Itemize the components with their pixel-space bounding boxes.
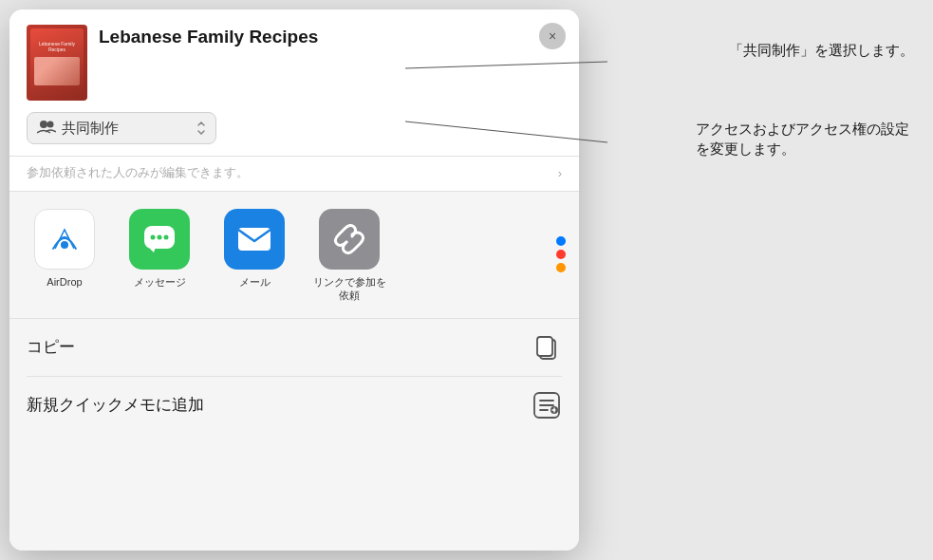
- airdrop-icon-bg: [34, 209, 95, 270]
- document-title: Lebanese Family Recipes: [99, 27, 562, 47]
- quicknote-icon: [532, 390, 562, 420]
- svg-point-6: [158, 235, 162, 240]
- actions-section: コピー 新規クイックメモに追加: [9, 319, 579, 551]
- quicknote-label: 新規クイックメモに追加: [27, 394, 204, 416]
- access-text: 参加依頼された人のみが編集できます。: [27, 164, 558, 181]
- dot-red: [556, 250, 566, 259]
- more-dots[interactable]: [556, 236, 566, 272]
- dot-blue: [556, 236, 566, 246]
- app-link[interactable]: リンクで参加を依頼: [311, 209, 387, 303]
- svg-rect-10: [537, 337, 552, 356]
- annotation-collab: 「共同制作」を選択します。: [729, 40, 914, 60]
- close-button[interactable]: ×: [539, 23, 566, 49]
- apps-section: AirDrop メッセージ: [9, 192, 579, 319]
- annotation-access: アクセスおよびアクセス権の設定を変更します。: [696, 119, 914, 159]
- svg-point-7: [164, 235, 169, 240]
- mail-icon-bg: [224, 209, 285, 270]
- svg-point-5: [151, 235, 156, 240]
- svg-point-1: [47, 121, 54, 128]
- link-icon-bg: [319, 209, 380, 270]
- mail-label: メール: [239, 275, 271, 289]
- link-label: リンクで参加を依頼: [311, 275, 387, 303]
- copy-icon: [532, 332, 562, 363]
- svg-point-2: [61, 241, 68, 249]
- access-chevron-icon: ›: [558, 166, 562, 180]
- share-panel: Lebanese Family Recipes Lebanese Family …: [9, 9, 579, 551]
- airdrop-label: AirDrop: [47, 275, 82, 289]
- messages-label: メッセージ: [134, 275, 186, 289]
- book-thumbnail: Lebanese Family Recipes: [27, 25, 87, 101]
- access-row[interactable]: 参加依頼された人のみが編集できます。 ›: [9, 157, 579, 192]
- dot-orange: [556, 263, 566, 272]
- action-copy[interactable]: コピー: [27, 319, 562, 377]
- copy-label: コピー: [27, 336, 75, 358]
- app-airdrop[interactable]: AirDrop: [27, 209, 103, 289]
- svg-point-0: [40, 121, 47, 128]
- panel-header: Lebanese Family Recipes Lebanese Family …: [9, 9, 579, 157]
- collab-people-icon: [37, 119, 56, 138]
- collab-chevron-icon: [196, 121, 206, 135]
- app-mail[interactable]: メール: [216, 209, 292, 289]
- action-quicknote[interactable]: 新規クイックメモに追加: [27, 377, 562, 434]
- collab-dropdown[interactable]: 共同制作: [27, 112, 216, 144]
- collab-label: 共同制作: [62, 120, 191, 138]
- title-row: Lebanese Family Recipes Lebanese Family …: [27, 25, 562, 101]
- apps-row: AirDrop メッセージ: [27, 209, 562, 303]
- messages-icon-bg: [129, 209, 190, 270]
- svg-rect-8: [238, 228, 271, 251]
- app-messages[interactable]: メッセージ: [121, 209, 197, 289]
